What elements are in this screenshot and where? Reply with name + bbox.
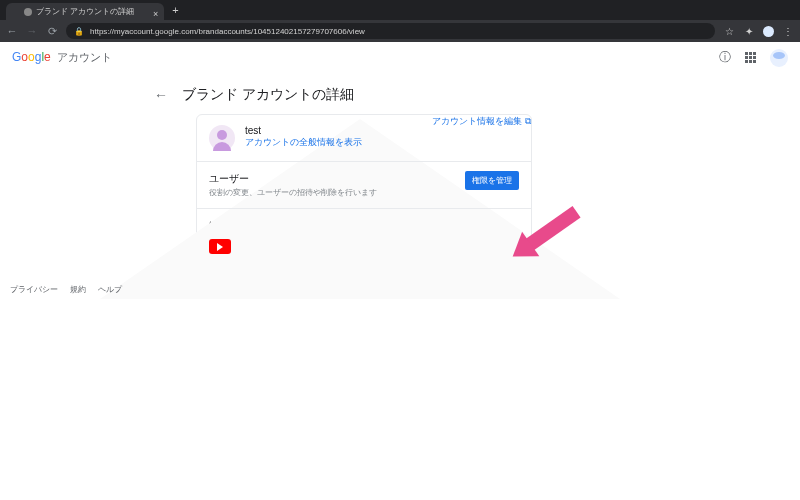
- account-overview-link[interactable]: アカウントの全般情報を表示: [245, 136, 362, 149]
- open-in-new-icon: ⧉: [525, 116, 531, 127]
- back-arrow-icon[interactable]: ←: [154, 87, 168, 103]
- account-avatar-icon: [209, 125, 235, 151]
- footer-links: プライバシー 規約 ヘルプ: [10, 284, 122, 295]
- brand-suffix: アカウント: [57, 50, 112, 65]
- new-tab-button[interactable]: +: [164, 3, 186, 20]
- tab-title: ブランド アカウントの詳細: [36, 3, 134, 20]
- star-icon[interactable]: ☆: [723, 26, 735, 37]
- manage-permissions-button[interactable]: 権限を管理: [465, 171, 519, 190]
- edit-account-link-label: アカウント情報を編集: [432, 115, 522, 128]
- forward-icon: →: [26, 25, 38, 37]
- users-section: ユーザー 役割の変更、ユーザーの招待や削除を行います 権限を管理: [197, 162, 531, 209]
- page-title: ブランド アカウントの詳細: [182, 86, 354, 104]
- kebab-icon[interactable]: ⋮: [782, 26, 794, 37]
- apps-grid-icon[interactable]: [745, 52, 756, 63]
- page-content: ← ブランド アカウントの詳細 test アカウントの全般情報を表示 アカウント…: [0, 74, 800, 299]
- browser-chrome: ブランド アカウントの詳細 × + ← → ⟳ 🔒 https://myacco…: [0, 0, 800, 42]
- youtube-icon[interactable]: [209, 239, 231, 254]
- edit-account-link[interactable]: アカウント情報を編集 ⧉: [432, 115, 531, 128]
- brand-logo[interactable]: Google アカウント: [12, 50, 112, 65]
- browser-profile-avatar[interactable]: [763, 26, 774, 37]
- account-header-section: test アカウントの全般情報を表示 アカウント情報を編集 ⧉: [197, 115, 531, 162]
- account-name: test: [245, 125, 362, 136]
- footer-privacy-link[interactable]: プライバシー: [10, 284, 58, 295]
- extensions-icon[interactable]: ✦: [743, 26, 755, 37]
- reload-icon[interactable]: ⟳: [46, 25, 58, 38]
- app-header: Google アカウント ⓘ: [0, 42, 800, 74]
- url-text: https://myaccount.google.com/brandaccoun…: [90, 27, 365, 36]
- tab-favicon: [24, 8, 32, 16]
- account-avatar[interactable]: [770, 49, 788, 67]
- close-icon[interactable]: ×: [153, 6, 158, 23]
- browser-tab-bar: ブランド アカウントの詳細 × +: [0, 0, 800, 20]
- browser-tab[interactable]: ブランド アカウントの詳細 ×: [6, 3, 164, 20]
- footer-terms-link[interactable]: 規約: [70, 284, 86, 295]
- back-icon[interactable]: ←: [6, 25, 18, 37]
- address-bar[interactable]: 🔒 https://myaccount.google.com/brandacco…: [66, 23, 715, 39]
- help-icon[interactable]: ⓘ: [719, 49, 731, 66]
- google-logo: Google: [12, 50, 51, 64]
- browser-toolbar: ← → ⟳ 🔒 https://myaccount.google.com/bra…: [0, 20, 800, 42]
- footer-help-link[interactable]: ヘルプ: [98, 284, 122, 295]
- lock-icon: 🔒: [74, 27, 84, 36]
